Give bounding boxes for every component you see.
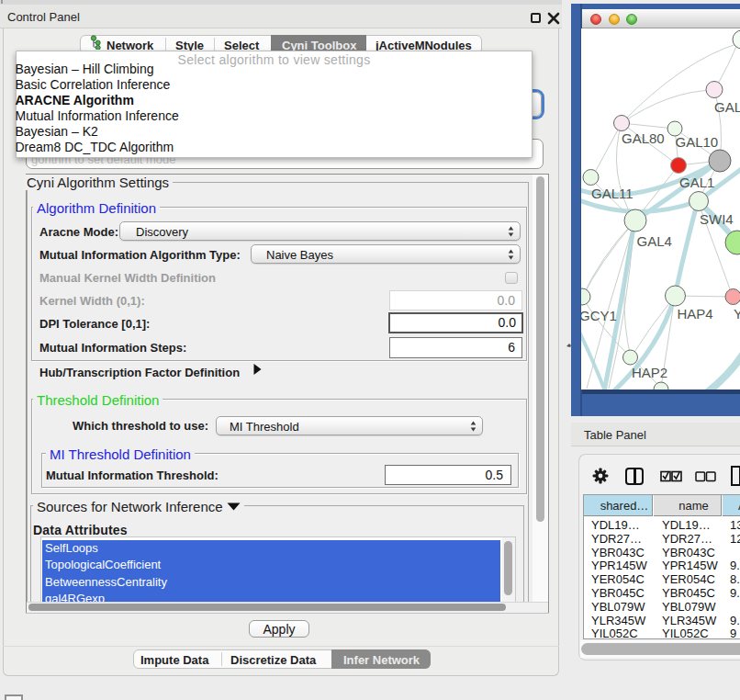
svg-text:SWI4: SWI4 xyxy=(700,211,734,227)
svg-text:HAP2: HAP2 xyxy=(632,365,667,380)
svg-text:GAL11: GAL11 xyxy=(591,186,633,201)
svg-text:GAL1: GAL1 xyxy=(679,175,714,190)
svg-text:GCY1: GCY1 xyxy=(581,308,617,323)
svg-text:GAL80: GAL80 xyxy=(622,130,665,146)
svg-text:HAP4: HAP4 xyxy=(678,306,713,322)
svg-text:GAL2: GAL2 xyxy=(714,99,740,115)
svg-text:Y: Y xyxy=(734,306,740,322)
svg-text:GAL4: GAL4 xyxy=(637,233,672,249)
svg-text:GAL10: GAL10 xyxy=(676,134,719,150)
